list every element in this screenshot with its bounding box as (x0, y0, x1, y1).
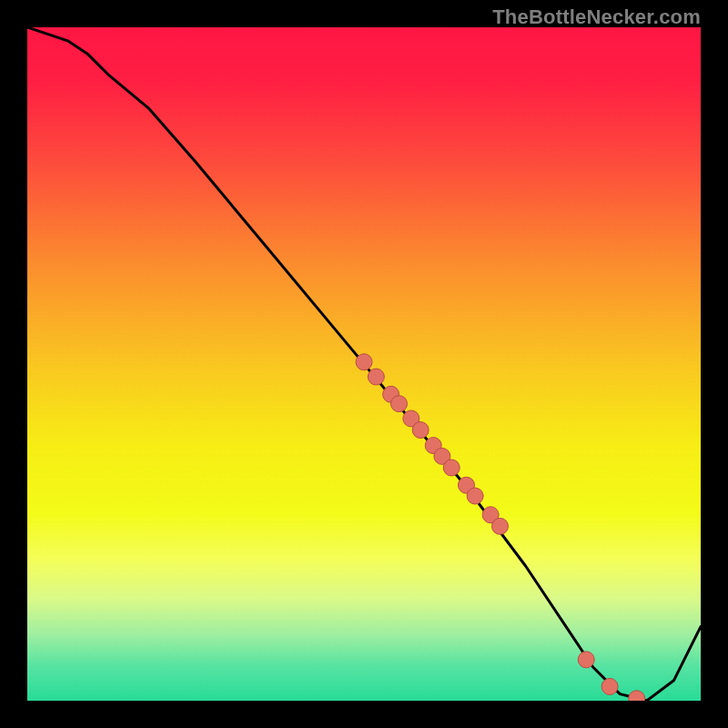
scatter-point (368, 369, 384, 385)
scatter-point (578, 652, 594, 668)
bottleneck-chart (27, 27, 701, 701)
scatter-point (491, 518, 508, 534)
scatter-point (390, 396, 407, 412)
scatter-point (467, 488, 483, 504)
scatter-point (412, 422, 429, 439)
scatter-point (602, 678, 618, 694)
scatter-point (356, 354, 372, 370)
chart-frame (27, 27, 701, 701)
scatter-point (443, 460, 460, 476)
watermark-text: TheBottleNecker.com (492, 5, 701, 29)
